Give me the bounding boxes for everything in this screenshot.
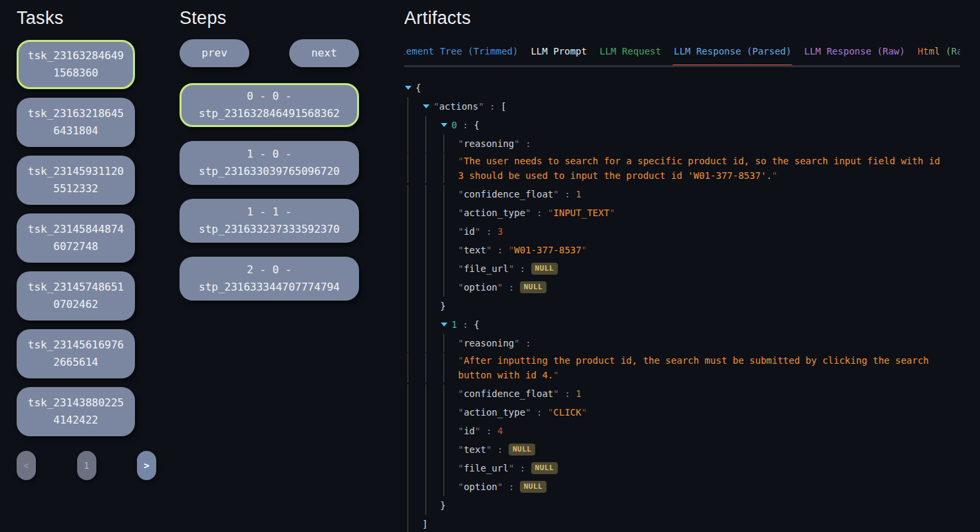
json-line: ] xyxy=(404,515,960,532)
json-line: "action_type" : "INPUT_TEXT" xyxy=(404,203,960,222)
json-token-null: NULL xyxy=(509,444,536,456)
steps-panel: Steps prev next 0 - 0 - stp_231632846491… xyxy=(180,0,359,532)
json-line-content: } xyxy=(440,297,445,315)
indent-guide xyxy=(404,278,422,297)
indent-guide xyxy=(404,116,422,134)
indent-guide xyxy=(422,422,440,440)
tab-element-tree-trimmed[interactable]: Element Tree (Trimmed) xyxy=(404,46,518,65)
indent-guide xyxy=(404,241,422,259)
json-line-content: "file_url" : NULL xyxy=(458,259,558,278)
tab-llm-request[interactable]: LLM Request xyxy=(600,46,662,65)
json-token-string: "W01-377-8537" xyxy=(509,245,587,255)
task-button[interactable]: tsk_231457486510702462 xyxy=(17,271,135,321)
indent-guide xyxy=(422,241,440,259)
json-token-key: "action_type" xyxy=(458,207,531,218)
json-token-colon: : xyxy=(559,189,576,200)
indent-guide xyxy=(404,477,422,496)
indent-guide xyxy=(422,496,440,515)
indent-guide xyxy=(422,185,440,203)
indent-guide xyxy=(440,403,458,422)
json-line-content: "action_type" : "INPUT_TEXT" xyxy=(458,203,615,222)
step-button[interactable]: 0 - 0 - stp_231632846491568362 xyxy=(180,83,359,127)
tab-llm-response-parsed[interactable]: LLM Response (Parsed) xyxy=(674,46,791,65)
json-line-content: "The user needs to search for a specific… xyxy=(458,154,943,183)
steps-next-button[interactable]: next xyxy=(289,39,359,67)
indent-guide xyxy=(404,496,422,515)
json-line-content: "id" : 3 xyxy=(458,222,503,241)
json-token-key: "id" xyxy=(458,226,481,237)
tab-html-raw[interactable]: Html (Raw) xyxy=(918,46,960,65)
json-line-content: "option" : NULL xyxy=(458,278,547,297)
json-token-colon: : xyxy=(492,444,509,455)
indent-guide xyxy=(404,97,422,116)
json-token-int: 3 xyxy=(497,226,503,237)
indent-guide xyxy=(404,515,422,532)
task-button[interactable]: tsk_231459311205512332 xyxy=(17,156,135,205)
json-token-colon: : xyxy=(457,319,473,330)
json-line-content: "id" : 4 xyxy=(458,422,503,440)
tab-llm-prompt[interactable]: LLM Prompt xyxy=(531,46,586,65)
indent-guide xyxy=(440,154,458,183)
collapse-arrow-icon[interactable] xyxy=(422,97,433,116)
json-token-key: "option" xyxy=(458,282,503,293)
json-line-content: "reasoning" : xyxy=(458,134,537,153)
json-line: "id" : 4 xyxy=(404,422,960,440)
json-line: "file_url" : NULL xyxy=(404,259,960,278)
json-token-float: 1 xyxy=(576,189,581,200)
json-line: "action_type" : "CLICK" xyxy=(404,403,960,422)
json-token-null: NULL xyxy=(520,281,547,293)
json-token-key: "text" xyxy=(458,444,492,455)
task-button[interactable]: tsk_231438802254142422 xyxy=(17,387,135,436)
indent-guide xyxy=(440,241,458,259)
artifacts-panel: Artifacts Element Tree (Trimmed)LLM Prom… xyxy=(404,0,980,532)
step-button[interactable]: 1 - 0 - stp_231633039765096720 xyxy=(180,141,359,185)
json-line-content: "confidence_float" : 1 xyxy=(458,185,581,203)
indent-guide xyxy=(422,459,440,477)
indent-guide xyxy=(440,422,458,440)
task-button[interactable]: tsk_231456169762665614 xyxy=(17,329,135,378)
indent-guide xyxy=(404,422,422,440)
json-token-colon: : xyxy=(514,263,531,274)
json-token-null: NULL xyxy=(531,263,558,275)
indent-guide xyxy=(404,440,422,459)
indent-guide xyxy=(440,259,458,278)
json-line: "file_url" : NULL xyxy=(404,459,960,477)
indent-guide xyxy=(404,315,422,334)
json-token-punct: ] xyxy=(422,519,428,529)
json-line-content: 1 : { xyxy=(451,315,479,334)
tasks-next-page-button[interactable]: > xyxy=(137,451,156,480)
json-line-content: "text" : "W01-377-8537" xyxy=(458,241,587,259)
indent-guide xyxy=(422,315,440,334)
json-line: "reasoning" : xyxy=(404,134,960,153)
step-button[interactable]: 2 - 0 - stp_231633344707774794 xyxy=(180,257,359,301)
json-line-content: "text" : NULL xyxy=(458,440,535,459)
tab-llm-response-raw[interactable]: LLM Response (Raw) xyxy=(804,46,905,65)
step-button[interactable]: 1 - 1 - stp_231633237333592370 xyxy=(180,199,359,243)
json-token-colon: : xyxy=(457,120,473,130)
task-button[interactable]: tsk_231632846491568360 xyxy=(17,40,135,89)
indent-guide xyxy=(404,297,422,315)
task-button[interactable]: tsk_231458448746072748 xyxy=(17,213,135,263)
indent-guide xyxy=(440,353,458,382)
steps-prev-button[interactable]: prev xyxy=(180,39,249,67)
task-button[interactable]: tsk_231632186456431804 xyxy=(17,98,135,147)
indent-guide xyxy=(404,259,422,278)
indent-guide xyxy=(404,384,422,403)
collapse-arrow-icon[interactable] xyxy=(440,315,451,334)
json-token-null: NULL xyxy=(520,481,547,493)
indent-guide xyxy=(422,440,440,459)
steps-title: Steps xyxy=(180,8,359,29)
json-token-key: "confidence_float" xyxy=(458,189,559,200)
tasks-title: Tasks xyxy=(17,8,135,29)
json-token-colon: : xyxy=(520,338,537,348)
json-token-key: "id" xyxy=(458,426,481,436)
indent-guide xyxy=(404,154,422,183)
json-token-colon: : xyxy=(484,101,501,112)
indent-guide xyxy=(440,384,458,403)
collapse-arrow-icon[interactable] xyxy=(404,78,416,97)
collapse-arrow-icon[interactable] xyxy=(440,116,451,134)
json-token-colon: : xyxy=(492,245,509,255)
indent-guide xyxy=(404,203,422,222)
tasks-prev-page-button[interactable]: < xyxy=(17,451,36,480)
tasks-page-number-button[interactable]: 1 xyxy=(77,451,96,480)
